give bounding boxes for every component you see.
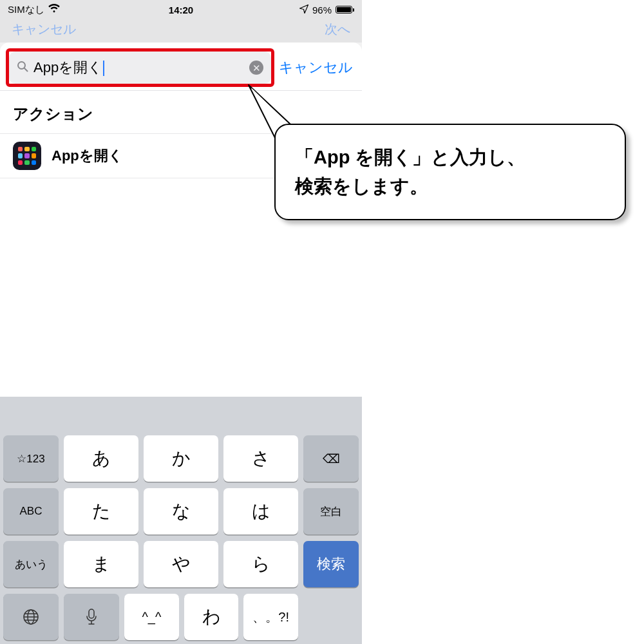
key-^_^[interactable]: ^_^ [124, 594, 179, 640]
bg-next: 次へ [325, 21, 350, 38]
svg-rect-5 [89, 609, 94, 618]
status-bar: SIMなし 14:20 96% [0, 0, 362, 19]
key-kana[interactable]: あいう [3, 541, 59, 587]
bg-cancel: キャンセル [12, 21, 76, 38]
suggestion-bar [3, 402, 359, 435]
key-か[interactable]: か [144, 435, 218, 482]
key-backspace[interactable]: ⌫ [303, 435, 359, 482]
clear-icon[interactable]: ✕ [249, 61, 263, 75]
key-globe[interactable] [3, 594, 59, 640]
keyboard: ☆123 ABC あいう あかさたなはまやら ⌫ 空白 検索 ^_^わ [0, 397, 362, 644]
key-な[interactable]: な [144, 488, 218, 535]
callout-line2: 検索をします。 [295, 172, 605, 201]
callout-line1: 「App を開く」と入力し、 [295, 143, 605, 172]
battery-pct: 96% [312, 5, 332, 15]
svg-line-1 [24, 68, 28, 71]
shortcuts-icon [13, 142, 41, 170]
result-label: Appを開く [52, 146, 123, 166]
key-search[interactable]: 検索 [303, 541, 359, 587]
key-、。?![interactable]: 、。?! [243, 594, 298, 640]
key-さ[interactable]: さ [223, 435, 298, 482]
key-ら[interactable]: ら [223, 541, 298, 587]
key-は[interactable]: は [223, 488, 298, 535]
key-わ[interactable]: わ [184, 594, 239, 640]
search-value: Appを開く [33, 59, 102, 75]
search-icon [17, 61, 28, 75]
battery-icon [336, 6, 354, 14]
instruction-callout: 「App を開く」と入力し、 検索をします。 [274, 124, 626, 220]
location-icon [299, 5, 308, 15]
key-space[interactable]: 空白 [303, 488, 359, 535]
key-や[interactable]: や [144, 541, 218, 587]
phone-frame: SIMなし 14:20 96% キャンセル 次へ [0, 0, 362, 644]
background-nav: キャンセル 次へ [0, 19, 362, 43]
key-あ[interactable]: あ [64, 435, 138, 482]
carrier-label: SIMなし [8, 4, 44, 16]
cancel-button[interactable]: キャンセル [279, 58, 353, 77]
key-た[interactable]: た [64, 488, 138, 535]
key-ま[interactable]: ま [64, 541, 138, 587]
text-caret [103, 61, 104, 76]
key-mic[interactable] [64, 594, 119, 640]
wifi-icon [48, 4, 60, 15]
clock: 14:20 [169, 5, 193, 15]
key-num[interactable]: ☆123 [3, 435, 59, 482]
key-abc[interactable]: ABC [3, 488, 59, 535]
